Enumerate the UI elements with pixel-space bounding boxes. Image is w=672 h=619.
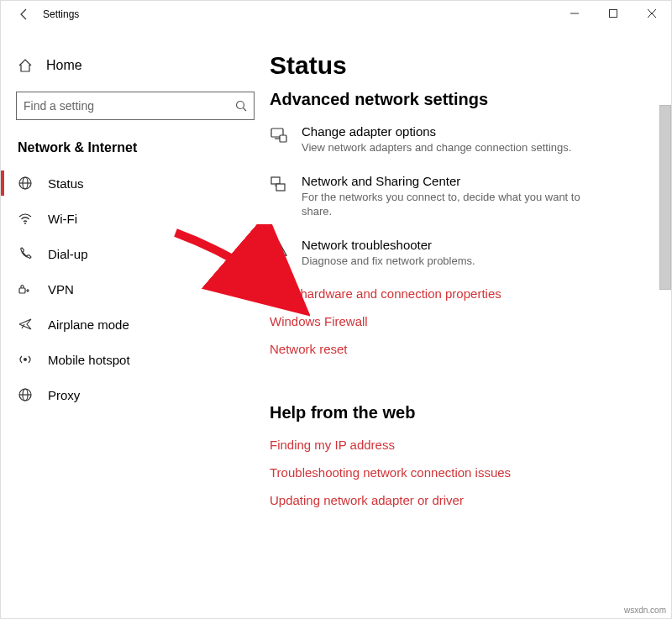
page-title: Status [270,51,651,80]
sidebar-item-airplane[interactable]: Airplane mode [1,307,270,342]
section-title: Advanced network settings [270,90,651,109]
link-hardware-properties[interactable]: View hardware and connection properties [270,286,651,301]
option-change-adapter[interactable]: Change adapter options View network adap… [270,124,651,155]
vpn-icon [18,281,33,296]
link-windows-firewall[interactable]: Windows Firewall [270,314,651,328]
proxy-icon [18,387,33,402]
nav-home[interactable]: Home [1,50,270,81]
svg-point-22 [278,252,280,254]
airplane-icon [18,317,33,332]
svg-rect-19 [276,184,285,191]
sidebar-item-label: Mobile hotspot [48,353,130,367]
dialup-icon [18,246,33,261]
sidebar-item-wifi[interactable]: Wi-Fi [1,201,270,236]
sidebar-item-vpn[interactable]: VPN [1,271,270,307]
option-title: Change adapter options [302,124,571,139]
scrollbar[interactable] [659,105,671,290]
sidebar: Home Find a setting Network & Internet S… [1,28,270,618]
search-placeholder: Find a setting [24,99,94,113]
svg-rect-1 [610,10,617,18]
sidebar-item-label: Airplane mode [48,317,129,332]
hotspot-icon [18,352,33,367]
sidebar-item-label: Wi-Fi [48,212,77,226]
close-button[interactable] [633,1,671,26]
svg-rect-17 [280,135,286,142]
sidebar-category: Network & Internet [1,129,270,165]
nav-home-label: Home [46,58,82,73]
help-link-troubleshoot[interactable]: Troubleshooting network connection issue… [270,465,651,480]
svg-rect-18 [271,177,280,184]
main-content: Status Advanced network settings Change … [270,28,671,618]
sidebar-item-proxy[interactable]: Proxy [1,377,270,412]
wifi-icon [18,211,33,226]
maximize-button[interactable] [594,1,633,26]
option-troubleshooter[interactable]: Network troubleshooter Diagnose and fix … [270,238,651,269]
option-desc: Diagnose and fix network problems. [302,254,475,269]
svg-point-9 [24,223,26,224]
arrow-left-icon [18,8,31,21]
sidebar-item-label: Status [48,176,84,191]
status-icon [18,176,33,191]
sidebar-item-label: Dial-up [48,247,88,261]
svg-point-11 [24,358,27,361]
watermark: wsxdn.com [624,606,666,615]
svg-line-5 [244,108,247,112]
option-desc: View network adapters and change connect… [302,140,571,155]
sidebar-item-hotspot[interactable]: Mobile hotspot [1,342,270,377]
minimize-button[interactable] [555,1,594,26]
svg-point-4 [237,102,244,109]
adapter-icon [270,126,288,144]
sidebar-item-dialup[interactable]: Dial-up [1,236,270,271]
link-network-reset[interactable]: Network reset [270,342,651,356]
sidebar-item-label: Proxy [48,388,80,402]
help-link-driver[interactable]: Updating network adapter or driver [270,493,651,507]
help-title: Help from the web [270,403,651,422]
back-button[interactable] [11,1,38,28]
option-desc: For the networks you connect to, decide … [302,190,587,219]
window-title: Settings [43,8,79,20]
sidebar-item-label: VPN [48,282,74,296]
help-link-ip[interactable]: Finding my IP address [270,438,651,452]
search-input[interactable]: Find a setting [16,92,255,120]
svg-rect-10 [19,288,25,293]
option-title: Network troubleshooter [302,238,475,252]
warning-icon [270,239,288,258]
search-icon [235,100,247,112]
sharing-icon [270,176,288,194]
sidebar-item-status[interactable]: Status [1,165,270,201]
option-sharing-center[interactable]: Network and Sharing Center For the netwo… [270,174,651,219]
option-title: Network and Sharing Center [302,174,587,188]
home-icon [18,58,33,73]
